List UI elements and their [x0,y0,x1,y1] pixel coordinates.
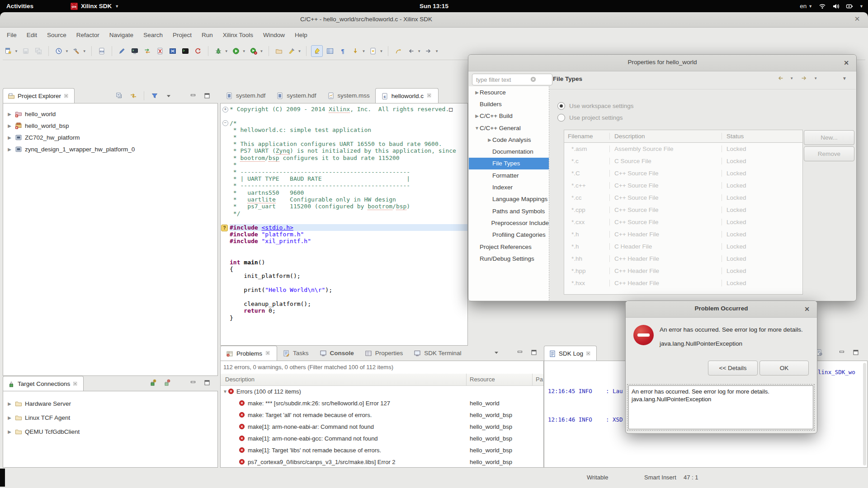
volume-icon[interactable] [832,3,840,10]
wifi-icon[interactable] [819,3,826,10]
menu-refactor[interactable]: Refactor [71,32,104,38]
editor-tab-helloworld.c[interactable]: chelloworld.c [375,88,439,103]
editor-tab-system.hdf[interactable]: system.hdf [271,88,321,103]
table-row[interactable]: *.cxxC++ Source FileLocked [564,216,802,228]
minimize-icon[interactable] [189,379,197,386]
chevron-right-icon[interactable]: ▶ [474,90,480,95]
chevron-down-icon[interactable]: ▼ [14,49,18,53]
tab-properties[interactable]: Properties [359,346,409,361]
chevron-down-icon[interactable]: ▼ [362,49,365,53]
menu-file[interactable]: File [2,32,22,38]
code-line[interactable]: * [230,134,467,141]
tab-console[interactable]: Console [314,346,359,361]
minimize-icon[interactable] [516,349,524,356]
prefs-tree-item-run-debug-settings[interactable]: Run/Debug Settings [469,253,549,264]
menu-help[interactable]: Help [290,32,312,38]
code-line[interactable]: * [230,161,467,168]
fold-expand-icon[interactable]: + [222,107,228,113]
code-editor[interactable]: * Copyright (C) 2009 - 2014 Xilinx, Inc.… [230,106,467,345]
minimize-icon[interactable] [838,349,845,356]
clear-filter-icon[interactable] [530,76,537,83]
project-tree-item[interactable]: ▶hello_world_bsp [3,120,217,131]
code-line[interactable]: * This application configures UART 16550… [230,141,467,147]
code-line[interactable]: * | UART TYPE BAUD RATE | [230,175,467,182]
prefs-tree-item-preprocessor-include[interactable]: Preprocessor Include [469,217,549,229]
prefs-tree-item-language-mappings[interactable]: Language Mappings [469,193,549,205]
chevron-right-icon[interactable]: ▶ [7,147,12,152]
prefs-tree-item-c-c-general[interactable]: ▼C/C++ General [469,122,549,134]
code-line[interactable]: * uartns550 9600 [230,189,467,196]
chevron-down-icon[interactable]: ▼ [435,49,439,53]
chevron-down-icon[interactable]: ▼ [814,76,817,80]
fold-collapse-icon[interactable]: − [222,120,228,126]
remove-target-icon[interactable] [163,379,170,386]
code-line[interactable] [230,217,467,224]
project-tree-item[interactable]: ▶ZC702_hw_platform [3,131,217,143]
code-line[interactable]: } [230,314,467,321]
chevron-right-icon[interactable]: ▶ [7,112,12,117]
show-whitespace-icon[interactable]: ¶ [337,46,348,56]
close-icon[interactable] [427,93,433,99]
save-icon[interactable] [20,46,31,56]
code-line[interactable]: * --------------------------------------… [230,182,467,189]
tab-problems[interactable]: Problems [220,346,277,361]
minimize-icon[interactable] [189,92,197,99]
table-row[interactable]: *.hppC++ Header FileLocked [564,265,802,277]
code-line[interactable] [230,294,467,300]
prefs-tree-item-file-types[interactable]: File Types [469,158,549,169]
code-line[interactable]: cleanup_platform(); [230,300,467,307]
clock[interactable]: Sun 13:15 [0,3,868,9]
code-line[interactable]: #include <stdio.h> [230,224,467,231]
chevron-right-icon[interactable]: ▶ [7,429,12,434]
close-icon[interactable] [265,351,271,357]
chevron-down-icon[interactable]: ▼ [222,389,228,394]
problems-group-row[interactable]: ▼Errors (100 of 112 items) [221,385,543,397]
terminal-icon[interactable] [129,46,140,56]
annotation-icon[interactable] [368,46,378,56]
prefs-tree-item-builders[interactable]: Builders [469,98,549,110]
code-line[interactable]: return 0; [230,307,467,314]
team-sync-icon[interactable] [142,46,153,56]
keyboard-layout-indicator[interactable]: en▼ [800,3,812,9]
last-edit-icon[interactable] [393,46,404,56]
maximize-icon[interactable] [530,349,538,356]
maximize-icon[interactable] [852,349,859,356]
view-menu-icon[interactable] [493,349,500,356]
filter-icon[interactable] [151,92,158,99]
code-line[interactable]: * Copyright (C) 2009 - 2014 Xilinx, Inc.… [230,106,467,113]
chevron-right-icon[interactable]: ▶ [7,135,12,140]
prefs-tree-item-code-analysis[interactable]: ▶Code Analysis [469,134,549,145]
maximize-icon[interactable] [203,379,211,386]
problem-row[interactable]: make: *** [src/subdir.mk:26: src/hellowo… [221,397,543,409]
table-header[interactable]: Filename Description Status [564,130,802,143]
problem-row[interactable]: make: Target 'all' not remade because of… [221,409,543,421]
table-row[interactable]: *.cppC++ Source FileLocked [564,204,802,216]
forward-icon[interactable] [801,75,808,82]
link-with-editor-icon[interactable] [130,92,137,99]
problems-column-header[interactable]: Description Resource Pa [221,374,543,386]
menu-source[interactable]: Source [42,32,71,38]
code-line[interactable]: * uartlite Configurable only in HW desig… [230,196,467,203]
chevron-down-icon[interactable]: ▼ [298,49,302,53]
new-wizard-icon[interactable] [3,46,14,56]
code-line[interactable] [230,252,467,258]
prefs-tree-item-profiling-categories[interactable]: Profiling Categories [469,229,549,241]
chevron-right-icon[interactable]: ▶ [474,113,480,118]
code-line[interactable]: print("Hello World\n\r"); [230,286,467,293]
tab-tasks[interactable]: Tasks [277,346,314,361]
back-icon[interactable] [777,75,784,82]
battery-icon[interactable] [846,3,853,10]
target-connection-item[interactable]: ▶QEMU TcfGdbClient [3,425,217,439]
code-line[interactable]: * bootrom/bsp configures it to baud rate… [230,155,467,161]
chevron-right-icon[interactable]: ▶ [7,123,12,128]
chevron-down-icon[interactable]: ▼ [379,49,383,53]
chevron-down-icon[interactable]: ▼ [83,49,86,53]
code-line[interactable]: * ps7_uart 115200 (configured by bootrom… [230,203,467,210]
prefs-tree-item-paths-and-symbols[interactable]: Paths and Symbols [469,205,549,217]
code-line[interactable] [230,280,467,286]
details-button[interactable]: << Details [708,361,758,375]
tab-sdk-terminal[interactable]: SDK Terminal [408,346,467,361]
new-button[interactable]: New... [804,130,854,145]
view-menu-icon[interactable] [165,92,172,99]
file-types-table[interactable]: Filename Description Status *.asmAssembl… [564,130,803,295]
